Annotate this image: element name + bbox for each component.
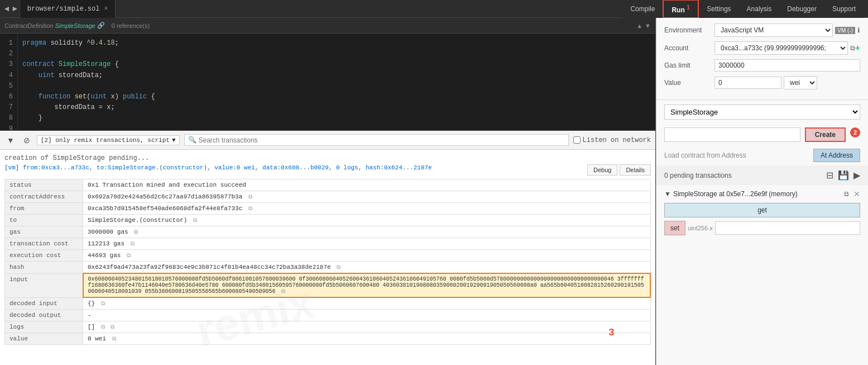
table-row-input: input 0x6080604052348015610010576000080f…	[5, 273, 651, 297]
code-editor[interactable]: 123456789101112 pragma solidity ^0.4.18;…	[0, 34, 655, 130]
environment-section: Environment JavaScript VM VM (-) ℹ Accou…	[656, 18, 868, 100]
copy-icon[interactable]: ⧉	[134, 229, 138, 235]
get-button[interactable]: get	[664, 203, 860, 217]
copy-icon[interactable]: ⧉	[248, 194, 252, 200]
table-row: value 0 wei ⧉	[5, 333, 651, 345]
main-layout: ContractDefinition SimpleStorage 🔗 0 ref…	[0, 18, 868, 365]
chevron-down-icon[interactable]: ▼	[645, 22, 651, 29]
code-content[interactable]: pragma solidity ^0.4.18; contract Simple…	[18, 34, 655, 130]
row-val-from: 0xca35b7d915458ef540ade6068dfa2f44e8fa73…	[83, 203, 651, 215]
row-key-contractaddress: contractAddress	[5, 191, 83, 203]
row-val-logs: [] ⧉ ⧉	[83, 321, 651, 333]
row-val-hash: 0x6243f9ad473a23fa92f9683c4e9c3b871c4f01…	[83, 262, 651, 274]
value-unit-select[interactable]: wei gwei ether	[784, 76, 817, 89]
contract-select[interactable]: SimpleStorage	[664, 105, 860, 120]
row-key-logs: logs	[5, 321, 83, 333]
editor-pane: ContractDefinition SimpleStorage 🔗 0 ref…	[0, 18, 656, 365]
tab-compile[interactable]: Compile	[622, 2, 663, 16]
account-select[interactable]: 0xca3...a733c (99.9999999999996;	[714, 41, 848, 55]
save-icon[interactable]: 💾	[838, 170, 849, 181]
load-contract-label: Load contract from Address	[664, 151, 810, 159]
nav-forward[interactable]: ►	[12, 4, 17, 13]
copy-icon[interactable]: ⧉	[112, 336, 116, 342]
row-key-decoded-input: decoded input	[5, 297, 83, 310]
set-input[interactable]	[715, 221, 860, 235]
copy-deployed-icon[interactable]: ⧉	[844, 190, 849, 198]
copy-icon-2[interactable]: ⧉	[111, 324, 114, 330]
search-box[interactable]: 🔍	[184, 134, 569, 146]
collapse-arrow-icon[interactable]: ▼	[664, 190, 671, 198]
value-input[interactable]	[714, 77, 781, 89]
expand-icon[interactable]: ▼	[4, 135, 17, 146]
tab-debugger[interactable]: Debugger	[779, 2, 824, 16]
value-label: Value	[664, 79, 714, 87]
tx-table: status 0x1 Transaction mined and executi…	[4, 179, 651, 345]
contract-selector-row: SimpleStorage	[656, 100, 868, 124]
close-deployed-icon[interactable]: ✕	[853, 189, 860, 198]
minus-icon[interactable]: ⊟	[826, 170, 833, 181]
account-row: Account 0xca3...a733c (99.9999999999996;…	[664, 41, 860, 55]
editor-tab[interactable]: browser/simple.sol ×	[21, 0, 116, 18]
copy-icon[interactable]: ⧉	[127, 253, 131, 259]
copy-icon[interactable]: ⧉	[193, 217, 197, 224]
contract-name-label: SimpleStorage	[55, 22, 95, 29]
create-button[interactable]: Create	[805, 127, 846, 142]
copy-icon[interactable]: ⧉	[131, 241, 135, 247]
load-contract-row: Load contract from Address At Address	[656, 145, 868, 165]
table-row: contractAddress 0x692a70d2e424a56d2c6c27…	[5, 191, 651, 203]
search-icon: 🔍	[188, 136, 196, 144]
tab-support[interactable]: Support	[824, 2, 864, 16]
tab-settings[interactable]: Settings	[699, 2, 738, 16]
row-key-to: to	[5, 215, 83, 226]
tab-analysis[interactable]: Analysis	[739, 2, 780, 16]
debug-button[interactable]: Debug	[587, 164, 617, 176]
copy-icon[interactable]: ⧉	[337, 264, 341, 271]
details-button[interactable]: Details	[620, 164, 651, 176]
row-val-contractaddress: 0x692a70d2e424a56d2c6c27aa97d1a86395877b…	[83, 191, 651, 203]
gas-limit-input[interactable]	[714, 59, 860, 72]
line-numbers: 123456789101112	[0, 34, 18, 130]
copy-icon[interactable]: ⧉	[101, 301, 105, 307]
deployed-title: SimpleStorage at 0x5e7...26e9f (memory)	[673, 190, 844, 198]
at-address-button[interactable]: At Address	[813, 149, 860, 162]
search-input[interactable]	[199, 136, 565, 144]
create-area: Create 2	[656, 124, 868, 145]
top-nav: ◄ ► browser/simple.sol × Compile Run 1 S…	[0, 0, 868, 18]
share-icon[interactable]: 🔗	[97, 22, 105, 29]
tx-header: creation of SimpleStorage pending...	[4, 154, 651, 162]
filter-label: [2] only remix transactions, script	[41, 137, 170, 144]
row-val-to: SimpleStorage.(constructor) ⧉	[83, 215, 651, 226]
filter-dropdown[interactable]: [2] only remix transactions, script ▼	[37, 135, 180, 145]
add-account-icon[interactable]: +	[855, 43, 860, 53]
nav-back[interactable]: ◄	[4, 4, 9, 13]
annotation-3: 3	[608, 327, 615, 338]
tab-close[interactable]: ×	[104, 5, 108, 13]
annotation-2: 2	[850, 127, 860, 138]
play-icon[interactable]: ▶	[853, 170, 860, 181]
row-key-input: input	[5, 273, 83, 297]
row-val-decoded-output: -	[83, 310, 651, 321]
copy-icon[interactable]: ⧉	[101, 324, 105, 330]
tab-label: browser/simple.sol	[27, 5, 100, 13]
table-row: gas 3000000 gas ⧉	[5, 226, 651, 238]
contract-def-label: ContractDefinition	[4, 22, 53, 29]
environment-select[interactable]: JavaScript VM	[714, 23, 833, 37]
row-key-hash: hash	[5, 262, 83, 274]
environment-row: Environment JavaScript VM VM (-) ℹ	[664, 23, 860, 37]
pending-row: 0 pending transactions ⊟ 💾 ▶	[656, 165, 868, 185]
row-val-value: 0 wei ⧉	[83, 333, 651, 345]
clear-icon[interactable]: ⊘	[21, 135, 32, 146]
copy-icon[interactable]: ⧉	[248, 206, 252, 212]
gas-limit-row: Gas limit	[664, 59, 860, 72]
set-button[interactable]: set	[664, 221, 685, 235]
create-input[interactable]	[664, 127, 800, 142]
listen-checkbox-label[interactable]: Listen on network	[573, 136, 651, 144]
chevron-up-icon[interactable]: ▲	[636, 22, 642, 29]
vm-badge: VM (-)	[835, 27, 855, 34]
listen-checkbox[interactable]	[573, 136, 581, 144]
copy-icon[interactable]: ⧉	[281, 288, 285, 295]
info-icon[interactable]: ℹ	[857, 26, 860, 34]
row-key-gas: gas	[5, 226, 83, 238]
tab-run[interactable]: Run 1	[663, 0, 699, 18]
copy-account-icon[interactable]: ⧉	[850, 44, 855, 52]
